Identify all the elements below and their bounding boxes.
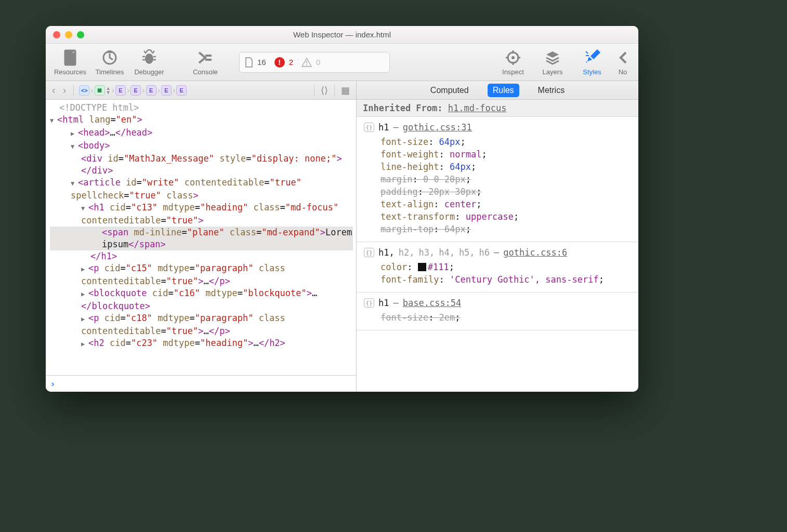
dom-node[interactable]: <div id="MathJax_Message" style="display… bbox=[50, 153, 353, 177]
error-count[interactable]: ! 2 bbox=[274, 57, 293, 68]
css-declaration[interactable]: font-size: 2em; bbox=[364, 311, 631, 324]
web-inspector-window: Web Inspector — index.html Resources Tim… bbox=[46, 26, 638, 392]
resources-label: Resources bbox=[54, 68, 86, 76]
breadcrumb-stepper[interactable]: ▲▼ bbox=[106, 86, 111, 95]
console-prompt-bar[interactable]: › bbox=[46, 375, 356, 392]
breadcrumb-e-icon: E bbox=[146, 85, 156, 96]
css-rule[interactable]: {}h1,h2,h3,h4,h5,h6 — gothic.css:6color:… bbox=[357, 242, 638, 292]
css-declaration[interactable]: text-transform: uppercase; bbox=[364, 210, 631, 223]
rule-origin-icon: {} bbox=[364, 248, 374, 257]
styles-label: Styles bbox=[583, 68, 601, 76]
nav-back-button[interactable]: ‹ bbox=[50, 84, 58, 96]
css-selector: h3, bbox=[418, 247, 435, 258]
css-declaration[interactable]: line-height: 64px; bbox=[364, 161, 631, 173]
css-declaration[interactable]: margin: 0 0 20px; bbox=[364, 173, 631, 185]
zoom-window-button[interactable] bbox=[77, 31, 84, 38]
css-declaration[interactable]: font-size: 64px; bbox=[364, 136, 631, 148]
layers-label: Layers bbox=[542, 68, 562, 76]
rule-origin-icon: {} bbox=[364, 298, 374, 308]
metrics-tab[interactable]: Metrics bbox=[533, 84, 570, 97]
resources-icon bbox=[61, 48, 80, 67]
styles-tabs: Computed Rules Metrics bbox=[357, 81, 638, 99]
console-icon bbox=[196, 48, 215, 67]
css-declaration[interactable]: text-align: center; bbox=[364, 198, 631, 210]
document-icon bbox=[245, 57, 253, 68]
inspect-button[interactable]: Inspect bbox=[495, 48, 531, 76]
svg-rect-4 bbox=[205, 55, 212, 57]
css-selector: h1 bbox=[378, 122, 389, 132]
console-prompt-icon: › bbox=[50, 378, 56, 390]
debugger-label: Debugger bbox=[134, 68, 164, 76]
grid-view-icon[interactable]: ▦ bbox=[341, 85, 350, 96]
dom-node[interactable]: ▼<body> bbox=[50, 140, 353, 153]
resources-tab[interactable]: Resources bbox=[52, 48, 88, 76]
css-declaration[interactable]: padding: 20px 30px; bbox=[364, 185, 631, 198]
css-selector: h5, bbox=[459, 247, 475, 258]
status-pill[interactable]: 16 ! 2 0 bbox=[239, 52, 390, 73]
dom-node[interactable]: ▶<h2 cid="c23" mdtype="heading">…</h2> bbox=[50, 337, 353, 350]
breadcrumb-e-icon: E bbox=[161, 85, 172, 96]
dom-tree-pane[interactable]: <!DOCTYPE html> ▼<html lang="en"> ▶<head… bbox=[46, 100, 357, 392]
log-count[interactable]: 16 bbox=[245, 57, 266, 68]
css-declaration[interactable]: font-weight: normal; bbox=[364, 148, 631, 161]
truncated-tab[interactable]: No bbox=[613, 48, 632, 76]
breadcrumb-bar: ‹ › <> › ◼ ▲▼ › E › E › E › E › E ⟨⟩ bbox=[46, 81, 357, 99]
chevron-left-icon bbox=[613, 48, 632, 67]
rule-source-link[interactable]: base.css:54 bbox=[403, 298, 462, 308]
dom-node[interactable]: ▼<article id="write" contenteditable="tr… bbox=[50, 177, 353, 202]
styles-pane[interactable]: Inherited From: h1.md-focus {}h1 — gothi… bbox=[357, 100, 638, 392]
computed-tab[interactable]: Computed bbox=[425, 84, 474, 97]
console-label: Console bbox=[193, 68, 218, 76]
css-declaration[interactable]: margin-top: 64px; bbox=[364, 223, 631, 235]
truncated-label: No bbox=[619, 68, 627, 76]
svg-point-9 bbox=[511, 56, 515, 59]
css-selector: h1, bbox=[378, 247, 395, 258]
css-selector: h2, bbox=[399, 247, 415, 258]
svg-rect-1 bbox=[68, 56, 73, 60]
svg-point-3 bbox=[145, 54, 153, 64]
dom-node[interactable]: ▶<head>…</head> bbox=[50, 127, 353, 140]
dom-node[interactable]: <!DOCTYPE html> bbox=[50, 102, 353, 114]
dom-node[interactable]: </h1> bbox=[50, 250, 353, 262]
dom-node[interactable]: ▶<p cid="c15" mdtype="paragraph" class c… bbox=[50, 262, 353, 287]
dom-node[interactable]: ▶<blockquote cid="c16" mdtype="blockquot… bbox=[50, 287, 353, 312]
rules-tab[interactable]: Rules bbox=[488, 84, 519, 97]
error-icon: ! bbox=[274, 57, 285, 68]
close-window-button[interactable] bbox=[53, 31, 60, 38]
css-rule[interactable]: {}h1 — base.css:54font-size: 2em; bbox=[357, 292, 638, 330]
styles-tab[interactable]: Styles bbox=[574, 48, 610, 76]
layers-tab[interactable]: Layers bbox=[534, 48, 571, 76]
rule-source-link[interactable]: gothic.css:31 bbox=[403, 122, 472, 132]
console-tab[interactable]: Console bbox=[187, 48, 224, 76]
main-toolbar: Resources Timelines Debugger Console bbox=[46, 44, 638, 81]
rule-source-link[interactable]: gothic.css:6 bbox=[503, 247, 567, 258]
dom-node[interactable]: ▶<p cid="c18" mdtype="paragraph" class c… bbox=[50, 312, 353, 337]
css-declaration[interactable]: font-family: 'Century Gothic', sans-seri… bbox=[364, 273, 631, 286]
timelines-tab[interactable]: Timelines bbox=[91, 48, 128, 76]
debugger-tab[interactable]: Debugger bbox=[131, 48, 167, 76]
css-declaration[interactable]: color: #111; bbox=[364, 261, 631, 273]
minimize-window-button[interactable] bbox=[65, 31, 72, 38]
timelines-icon bbox=[100, 48, 119, 67]
dom-node[interactable]: ▼<h1 cid="c13" mdtype="heading" class="m… bbox=[50, 202, 353, 227]
css-selector: h1 bbox=[378, 298, 389, 308]
styles-icon bbox=[583, 48, 601, 67]
css-selector: h4, bbox=[439, 247, 455, 258]
breadcrumb-e-icon: E bbox=[115, 85, 126, 96]
css-rule[interactable]: {}h1 — gothic.css:31font-size: 64px;font… bbox=[357, 117, 638, 242]
inherited-from-link[interactable]: h1.md-focus bbox=[448, 103, 507, 113]
dom-node-selected[interactable]: <span md-inline="plane" class="md-expand… bbox=[50, 227, 353, 250]
warning-icon bbox=[301, 58, 312, 67]
warning-count[interactable]: 0 bbox=[301, 58, 320, 67]
svg-rect-5 bbox=[205, 59, 212, 61]
window-title: Web Inspector — index.html bbox=[46, 30, 638, 39]
css-selector: h6 bbox=[479, 247, 490, 258]
code-view-icon[interactable]: ⟨⟩ bbox=[321, 85, 328, 96]
dom-breadcrumb[interactable]: <> › ◼ ▲▼ › E › E › E › E › E bbox=[79, 85, 187, 96]
nav-forward-button[interactable]: › bbox=[61, 84, 69, 96]
dom-node[interactable]: ▼<html lang="en"> bbox=[50, 114, 353, 127]
inspect-icon bbox=[504, 48, 522, 67]
debugger-icon bbox=[140, 48, 159, 67]
inherited-from-header: Inherited From: h1.md-focus bbox=[357, 100, 638, 117]
timelines-label: Timelines bbox=[95, 68, 124, 76]
